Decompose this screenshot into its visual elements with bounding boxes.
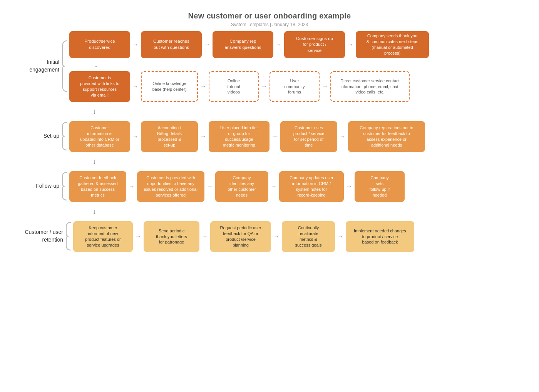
arrow-12: →: [337, 133, 348, 140]
section-name-retention: Customer / userretention: [25, 229, 63, 244]
arrow-4: →: [345, 41, 356, 48]
box-issues-resolved: Customer is provided withopportunities t…: [137, 171, 204, 202]
flow-row-3: Customerinformation isupdated into CRM o…: [69, 121, 524, 152]
inter-arrow-2: ↓: [23, 157, 524, 166]
arrow-8: →: [320, 83, 330, 90]
inter-arrow-1: ↓: [23, 107, 524, 116]
arrow-14: →: [204, 183, 215, 190]
down-arrow-1: ↓: [69, 61, 524, 68]
arrow-5: →: [130, 83, 141, 90]
box-community-forums: Usercommunityforums: [270, 71, 320, 102]
brace-setup: [62, 121, 68, 152]
section-name-followup: Follow-up: [36, 182, 59, 190]
flow-row-2: Customer isprovided with links tosupport…: [69, 71, 524, 102]
title-section: New customer or user onboarding example …: [15, 12, 524, 27]
box-implement-changes: Implement needed changesto product / ser…: [346, 221, 414, 252]
box-customer-links: Customer isprovided with links tosupport…: [69, 71, 130, 102]
box-updates-crm: Company updates userinformation in CRM /…: [279, 171, 344, 202]
box-knowledge-base: Online knowledgebase (help center): [141, 71, 198, 102]
section-content-retention: Keep customerinformed of newproduct feat…: [73, 220, 524, 252]
box-direct-contact: Direct customer service contactinformati…: [330, 71, 410, 102]
section-label-followup: Follow-up: [23, 170, 69, 202]
brace-followup: [62, 171, 68, 202]
arrow-inter-1: ↓: [92, 107, 96, 116]
section-setup: Set-up Customerinformation isupdated int…: [23, 120, 524, 152]
box-company-rep-answers: Company repanswers questions: [213, 31, 273, 58]
arrow-16: →: [344, 183, 355, 190]
box-feedback-gathered: Customer feedbackgathered & assessedbase…: [69, 171, 126, 202]
box-rep-reaches-out: Company rep reaches out tocustomer for f…: [348, 121, 425, 152]
box-tutorial-videos: Onlinetutorialvideos: [209, 71, 259, 102]
box-tier-placement: User placed into tieror group forsuccess…: [209, 121, 270, 152]
arrow-1: →: [130, 41, 141, 48]
box-send-thanks: Send periodicthank you lettersfor patron…: [144, 221, 199, 252]
box-product-discovered: Product/servicediscovered: [69, 31, 130, 58]
flow-row-4: Customer feedbackgathered & assessedbase…: [69, 171, 524, 202]
box-customer-signs-up: Customer signs upfor product /service: [284, 31, 345, 58]
box-customer-uses: Customer usesproduct / servicefor set pe…: [280, 121, 337, 152]
box-keep-informed: Keep customerinformed of newproduct feat…: [73, 221, 133, 252]
box-request-feedback: Request periodic userfeedback for QA orp…: [210, 221, 271, 252]
brace-initial: [62, 39, 68, 93]
box-customer-reaches-out: Customer reachesout with questions: [141, 31, 202, 58]
arrow-9: →: [130, 133, 141, 140]
section-label-retention: Customer / userretention: [23, 220, 73, 252]
box-identifies-needs: Companyidentifies anyother customerneeds: [215, 171, 268, 202]
flow-row-1: Product/servicediscovered → Customer rea…: [69, 31, 524, 58]
arrow-2: →: [202, 41, 213, 48]
main-title: New customer or user onboarding example: [15, 12, 524, 20]
arrow-10: →: [198, 133, 209, 140]
arrow-15: →: [268, 183, 279, 190]
section-followup: Follow-up Customer feedbackgathered & as…: [23, 170, 524, 202]
arrow-13: →: [126, 183, 137, 190]
section-name-initial: Initialengagement: [29, 58, 59, 73]
box-crm-update: Customerinformation isupdated into CRM o…: [69, 121, 130, 152]
arrow-11: →: [270, 133, 280, 140]
section-content-followup: Customer feedbackgathered & assessedbase…: [69, 170, 524, 202]
section-content-setup: Customerinformation isupdated into CRM o…: [69, 120, 524, 152]
flow-row-5: Keep customerinformed of newproduct feat…: [73, 221, 524, 252]
box-company-sends-thanks: Company sends thank you& communicates ne…: [356, 31, 429, 58]
arrow-inter-3: ↓: [92, 207, 96, 216]
section-initial-engagement: Initialengagement Product/servicediscove…: [23, 30, 524, 102]
arrow-7: →: [259, 83, 270, 90]
box-billing: Accounting /Billing detailsprocessed &se…: [141, 121, 198, 152]
arrow-18: →: [199, 233, 210, 240]
arrow-6: →: [198, 83, 209, 90]
arrow-19: →: [271, 233, 282, 240]
arrow-20: →: [335, 233, 346, 240]
brace-retention: [65, 221, 72, 252]
box-recalibrate: Continuallyrecalibratemetrics &success g…: [282, 221, 335, 252]
box-sets-followup: Companysetsfollow-up ifneeded: [355, 171, 405, 202]
arrow-inter-2: ↓: [92, 157, 96, 166]
arrow-3: →: [273, 41, 284, 48]
section-retention: Customer / userretention Keep customerin…: [23, 220, 524, 252]
section-label-initial: Initialengagement: [23, 30, 69, 102]
subtitle: System Templates | January 18, 2023: [15, 22, 524, 27]
arrow-17: →: [133, 233, 144, 240]
section-name-setup: Set-up: [44, 132, 59, 140]
diagram: Initialengagement Product/servicediscove…: [15, 30, 524, 252]
section-label-setup: Set-up: [23, 120, 69, 152]
inter-arrow-3: ↓: [23, 207, 524, 216]
section-content-initial: Product/servicediscovered → Customer rea…: [69, 30, 524, 102]
page: New customer or user onboarding example …: [0, 0, 539, 392]
arrow-down-1: ↓: [94, 61, 98, 69]
